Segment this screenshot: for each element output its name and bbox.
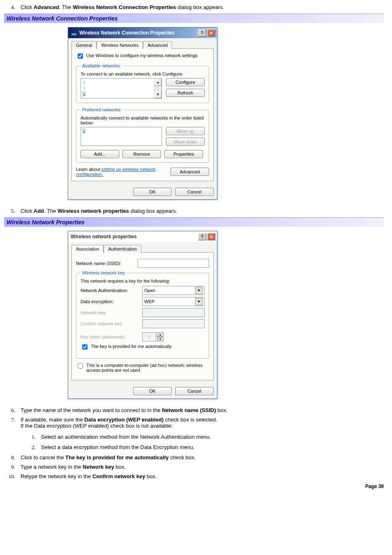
list-item[interactable]: i <box>82 79 153 85</box>
text: dialog box appears. <box>176 4 224 10</box>
scrollbar[interactable]: ▲ ▼ <box>154 78 161 98</box>
ssid-input[interactable] <box>138 259 209 268</box>
scroll-track[interactable] <box>154 86 161 91</box>
netkey-label: Network key: <box>81 310 142 315</box>
properties-button[interactable]: Properties <box>164 150 203 158</box>
ok-button[interactable]: OK <box>133 387 172 395</box>
preferred-networks-text: Automatically connect to available netwo… <box>81 115 205 125</box>
section-heading-1: Wireless Network Connection Properties <box>4 14 384 23</box>
text: Type a network key in the <box>21 464 83 470</box>
text-bold: Wireless network properties <box>58 208 129 214</box>
wireless-key-group: Wireless network key This network requir… <box>76 270 209 359</box>
help-button[interactable]: ? <box>198 29 206 37</box>
keyindex-label: Key index (advanced): <box>81 334 142 339</box>
available-networks-legend: Available networks: <box>81 63 123 68</box>
text: check box is selected. <box>164 417 217 423</box>
text: box. <box>114 464 126 470</box>
list-item[interactable]: 📡 <box>82 128 161 134</box>
use-windows-checkbox[interactable] <box>78 53 83 59</box>
list-item[interactable]: 📡 <box>82 91 153 97</box>
available-networks-list[interactable]: i i 📡 ▲ ▼ <box>81 78 162 99</box>
move-down-button[interactable]: Move down <box>166 138 205 146</box>
available-networks-text: To connect to an available network, clic… <box>81 71 205 76</box>
text: If the Data encryption (WEP enabled) che… <box>21 423 173 429</box>
scroll-up[interactable]: ▲ <box>154 78 161 86</box>
ok-button[interactable]: OK <box>133 188 172 196</box>
antenna-icon: 📡 <box>82 128 87 134</box>
cancel-button[interactable]: Cancel <box>175 387 214 395</box>
preferred-networks-list[interactable]: 📡 <box>81 127 162 146</box>
help-button[interactable]: ? <box>198 233 206 240</box>
wireless-key-text: This network requires a key for the foll… <box>81 279 205 283</box>
step-9: Type a network key in the Network key bo… <box>16 464 384 470</box>
text: Click <box>21 4 34 10</box>
step-10: Retype the network key in the Confirm ne… <box>16 473 384 479</box>
tab-wireless-networks[interactable]: Wireless Networks <box>97 41 143 49</box>
step-7a: Select an authentication method from the… <box>37 434 384 440</box>
keyindex-input <box>142 332 156 341</box>
tab-association[interactable]: Association <box>71 245 104 253</box>
advanced-button[interactable]: Advanced <box>171 168 209 176</box>
tab-general[interactable]: General <box>71 41 97 49</box>
step-7b: Select a data encryption method from the… <box>37 444 384 450</box>
available-networks-group: Available networks: To connect to an ava… <box>76 63 209 103</box>
text-bold: Data encryption (WEP enabled) <box>84 417 164 423</box>
text: . The <box>59 4 73 10</box>
antenna-icon: 📡 <box>82 91 87 97</box>
dialog-title: Wireless network properties <box>71 234 197 240</box>
text-bold: Network key <box>83 464 114 470</box>
section-heading-2: Wireless Network Properties <box>4 217 384 227</box>
remove-button[interactable]: Remove <box>122 150 161 158</box>
dataenc-label: Data encryption: <box>81 299 142 304</box>
confirm-key-input <box>142 319 205 328</box>
text: Click to cancel the <box>21 454 65 461</box>
ssid-label: Network name (SSID): <box>76 261 138 266</box>
tabstrip: Association Authentication <box>68 242 217 252</box>
page-number: Page 39 <box>4 484 384 489</box>
close-button[interactable]: × <box>207 29 215 37</box>
dialog-network-properties: Wireless network properties ? × Associat… <box>68 231 217 399</box>
text: dialog box appears. <box>129 208 177 214</box>
text: If available, make sure the <box>21 417 84 423</box>
keyindex-spinner: ▲ ▼ <box>142 332 164 341</box>
netauth-combo[interactable]: Open ▼ <box>142 286 205 295</box>
svg-rect-0 <box>71 33 76 35</box>
tab-panel: Use Windows to configure my wireless net… <box>71 48 214 181</box>
spin-down: ▼ <box>157 337 164 341</box>
titlebar: Wireless network properties ? × <box>68 231 217 242</box>
netkey-input <box>142 308 205 317</box>
tab-authentication[interactable]: Authentication <box>104 245 141 253</box>
chevron-down-icon: ▼ <box>195 298 203 305</box>
step-4: Click Advanced. The Wireless Network Con… <box>16 4 384 10</box>
window-icon <box>71 30 77 36</box>
text: box. <box>145 473 157 479</box>
step-7: If available, make sure the Data encrypt… <box>16 417 384 450</box>
titlebar: Wireless Network Connection Properties ?… <box>68 28 217 38</box>
step-8: Click to cancel the The key is provided … <box>16 454 384 461</box>
list-item[interactable]: i <box>82 85 153 91</box>
use-windows-label: Use Windows to configure my wireless net… <box>86 53 198 58</box>
refresh-button[interactable]: Refresh <box>166 89 205 97</box>
move-up-button[interactable]: Move up <box>166 127 205 135</box>
add-button[interactable]: Add... <box>81 150 119 158</box>
configure-button[interactable]: Configure <box>166 78 205 86</box>
dataenc-combo[interactable]: WEP ▼ <box>142 297 205 306</box>
scroll-down[interactable]: ▼ <box>154 91 161 98</box>
close-button[interactable]: × <box>207 233 215 240</box>
text-bold: Wireless Network Connection Properties <box>73 4 176 10</box>
text: . The <box>44 208 58 214</box>
tab-advanced[interactable]: Advanced <box>143 41 172 49</box>
preferred-networks-group: Preferred networks: Automatically connec… <box>76 107 209 163</box>
step-5: Click Add. The Wireless network properti… <box>16 208 384 214</box>
dialog-connection-properties: Wireless Network Connection Properties ?… <box>68 27 217 200</box>
cancel-button[interactable]: Cancel <box>175 188 214 196</box>
text-bold: Network name (SSID) <box>162 407 216 413</box>
text: Click <box>21 208 34 214</box>
netauth-value: Open <box>144 288 155 293</box>
confirm-key-label: Confirm network key: <box>81 321 142 326</box>
dataenc-value: WEP <box>144 299 154 304</box>
text-bold: The key is provided for me automatically <box>65 454 168 461</box>
text-bold: Confirm network key <box>92 473 145 479</box>
adhoc-checkbox[interactable] <box>78 363 83 368</box>
autokey-checkbox[interactable] <box>82 344 88 350</box>
